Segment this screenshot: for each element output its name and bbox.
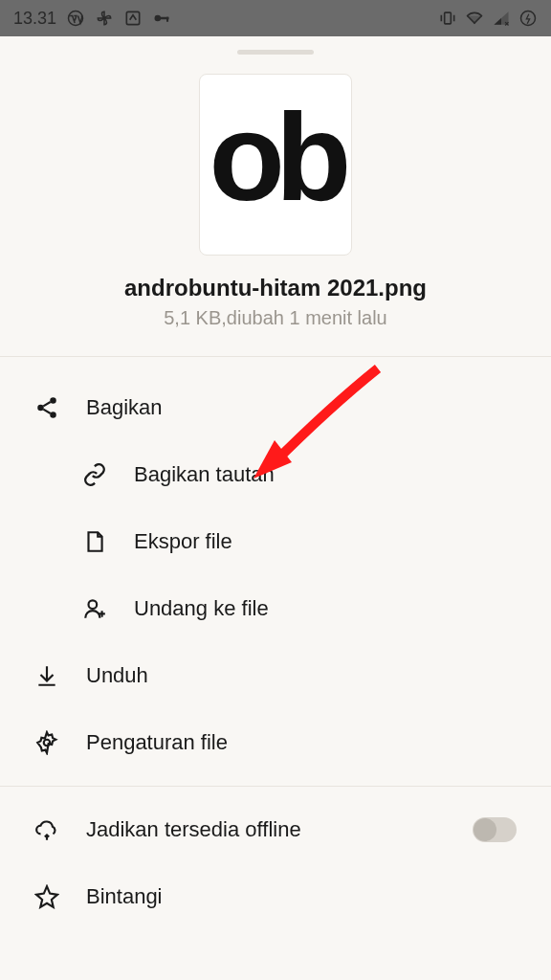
status-bar: 13.31: [0, 0, 551, 36]
svg-point-2: [155, 15, 162, 22]
battery-icon: [518, 9, 538, 28]
thumbnail-image: ob: [209, 95, 342, 219]
share-label: Bagikan: [86, 395, 163, 420]
file-thumbnail[interactable]: ob: [199, 74, 352, 256]
svg-rect-5: [445, 12, 452, 24]
svg-point-10: [89, 600, 98, 609]
wifi-icon: [465, 9, 484, 28]
invite-label: Undang ke file: [134, 596, 269, 621]
svg-rect-4: [166, 17, 168, 22]
clock: 13.31: [13, 9, 56, 29]
file-preview: ob androbuntu-hitam 2021.png 5,1 KB,diub…: [0, 74, 551, 357]
settings-item[interactable]: Pengaturan file: [0, 709, 551, 776]
star-label: Bintangi: [86, 884, 163, 909]
vibrate-icon: [438, 9, 457, 28]
pinwheel-icon: [95, 9, 114, 28]
svg-point-7: [50, 397, 56, 404]
share-link-label: Bagikan tautan: [134, 462, 275, 487]
file-icon: [82, 529, 107, 554]
svg-point-8: [37, 405, 44, 412]
star-item[interactable]: Bintangi: [0, 863, 551, 930]
download-item[interactable]: Unduh: [0, 642, 551, 709]
wordpress-icon: [66, 9, 85, 28]
download-label: Unduh: [86, 663, 148, 688]
export-label: Ekspor file: [134, 529, 232, 554]
svg-point-9: [50, 412, 56, 418]
export-item[interactable]: Ekspor file: [0, 508, 551, 575]
share-link-item[interactable]: Bagikan tautan: [0, 441, 551, 508]
toggle-knob: [474, 818, 496, 841]
offline-item[interactable]: Jadikan tersedia offline: [0, 796, 551, 863]
link-icon: [82, 462, 107, 487]
key-icon: [152, 9, 171, 28]
settings-label: Pengaturan file: [86, 730, 228, 755]
drag-handle[interactable]: [237, 50, 314, 55]
offline-label: Jadikan tersedia offline: [86, 817, 301, 842]
gear-icon: [34, 730, 59, 755]
offline-toggle[interactable]: [473, 817, 517, 842]
invite-item[interactable]: Undang ke file: [0, 575, 551, 642]
signal-icon: [492, 9, 511, 28]
file-meta: 5,1 KB,diubah 1 menit lalu: [164, 307, 387, 329]
app-icon: [123, 9, 143, 28]
user-plus-icon: [82, 596, 107, 621]
file-name: androbuntu-hitam 2021.png: [124, 275, 427, 301]
divider: [0, 786, 551, 787]
action-menu: Bagikan Bagikan tautan Ekspor file Undan…: [0, 357, 551, 947]
share-icon: [34, 395, 59, 420]
share-item[interactable]: Bagikan: [0, 374, 551, 441]
download-icon: [34, 663, 59, 688]
cloud-sync-icon: [34, 817, 59, 842]
star-icon: [34, 884, 59, 909]
